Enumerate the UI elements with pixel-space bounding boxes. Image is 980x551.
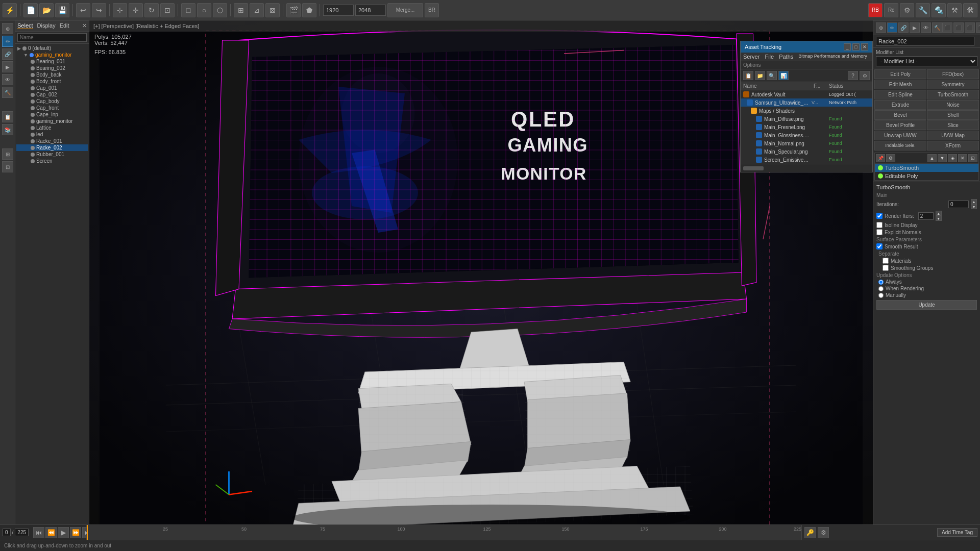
table-row[interactable]: Autodesk Vault Logged Out ( <box>741 90 872 98</box>
list-item[interactable]: gaming_monitor <box>16 118 88 124</box>
plugin1-icon[interactable]: 🔧 <box>916 3 930 17</box>
isoline-checkbox[interactable] <box>876 222 883 228</box>
table-row[interactable]: Maps / Shaders <box>741 107 872 115</box>
list-item[interactable]: Cap_front <box>16 105 88 111</box>
xform-button[interactable]: XForm <box>927 141 979 151</box>
plugin4-icon[interactable]: 🛠 <box>963 3 977 17</box>
utilities-panel-tab[interactable]: 🔨 <box>932 22 942 33</box>
list-item[interactable]: Cap_002 <box>16 91 88 98</box>
modify-tab[interactable]: ✏ <box>2 36 13 47</box>
render-tool[interactable]: 🎬 <box>286 3 301 17</box>
render-iters-input[interactable] <box>918 212 934 220</box>
modifier-list-dropdown[interactable]: - Modifier List - <box>876 56 977 66</box>
object-name-input[interactable] <box>876 37 974 46</box>
list-item[interactable]: led <box>16 131 88 138</box>
edit-spline-button[interactable]: Edit Spline <box>874 90 926 99</box>
br-button[interactable]: BR <box>425 3 439 17</box>
add-time-tag-button[interactable]: Add Time Tag <box>937 528 977 537</box>
viewport[interactable]: [+] [Perspective] [Realistic + Edged Fac… <box>89 20 873 524</box>
scrollbar-thumb[interactable] <box>743 166 764 170</box>
iterations-input[interactable] <box>948 201 969 208</box>
edit-tab-tree[interactable]: Edit <box>60 22 69 29</box>
smoothing-groups-checkbox[interactable] <box>883 265 889 271</box>
rb-icon[interactable]: RB <box>868 3 883 17</box>
noise-button[interactable]: Noise <box>927 100 979 110</box>
redo-button[interactable]: ↪ <box>92 3 106 17</box>
stack-up[interactable]: ▲ <box>927 154 937 162</box>
list-item[interactable]: Rubber_001 <box>16 151 88 158</box>
list-item[interactable]: Screen <box>16 158 88 164</box>
tree-search-input[interactable] <box>17 33 87 42</box>
motion-panel-tab[interactable]: ▶ <box>910 22 920 33</box>
undo-button[interactable]: ↩ <box>76 3 90 17</box>
resolution-height-field[interactable] <box>355 5 386 16</box>
panel-icon-1[interactable]: ⬛ <box>942 22 952 33</box>
rc-icon[interactable]: Rc <box>884 3 898 17</box>
asset-tool-2[interactable]: 📁 <box>755 71 765 80</box>
list-item[interactable]: ▶ 0 (default) <box>16 45 88 52</box>
render-iters-up[interactable]: ▲ <box>936 211 942 216</box>
table-row[interactable]: Samsung_Ultrawide_CHG90_Q... V... Networ… <box>741 98 872 107</box>
settings-icon[interactable]: ⚙ <box>900 3 914 17</box>
list-item[interactable]: Bearing_002 <box>16 65 88 71</box>
iterations-down[interactable]: ▼ <box>971 204 977 209</box>
extrude-button[interactable]: Extrude <box>874 100 926 110</box>
when-rendering-radio[interactable] <box>878 286 884 291</box>
layer-mgr[interactable]: 📚 <box>2 124 13 135</box>
table-row[interactable]: Main_Glossiness.png Found <box>741 131 872 139</box>
slice-button[interactable]: Slice <box>927 120 979 130</box>
material-editor[interactable]: ⬟ <box>302 3 316 17</box>
open-button[interactable]: 📂 <box>39 3 54 17</box>
bevel-profile-button[interactable]: Bevel Profile <box>874 120 926 130</box>
dialog-maximize[interactable]: □ <box>852 43 860 51</box>
modify-panel-tab[interactable]: ✏ <box>887 22 897 33</box>
modifier-bulb[interactable] <box>878 173 883 179</box>
save-button[interactable]: 💾 <box>55 3 69 17</box>
smooth-result-checkbox[interactable] <box>876 243 883 249</box>
asset-settings[interactable]: ⚙ <box>860 71 870 80</box>
edit-mesh-button[interactable]: Edit Mesh <box>874 80 926 89</box>
zoom-extents[interactable]: ⊡ <box>2 161 13 172</box>
panel-icon-2[interactable]: ⬛ <box>953 22 964 33</box>
list-item[interactable]: ▼ gaming_monitor <box>16 52 88 58</box>
stack-settings[interactable]: ⚙ <box>886 154 895 162</box>
rotate-tool[interactable]: ↻ <box>144 3 159 17</box>
goto-start-button[interactable]: ⏮ <box>33 527 44 538</box>
play-button[interactable]: ▶ <box>58 527 69 538</box>
iterations-up[interactable]: ▲ <box>971 199 977 204</box>
update-button[interactable]: Update <box>876 300 977 310</box>
stack-remove[interactable]: ✕ <box>958 154 967 162</box>
plugin2-icon[interactable]: 🔩 <box>932 3 946 17</box>
cylinder-tool[interactable]: ⬡ <box>213 3 227 17</box>
move-tool[interactable]: ✛ <box>129 3 143 17</box>
render-iters-checkbox[interactable] <box>876 213 883 219</box>
table-row[interactable]: Main_Fresnel.png Found <box>741 123 872 131</box>
motion-tab[interactable]: ▶ <box>2 61 13 72</box>
render-iters-down[interactable]: ▼ <box>936 216 942 221</box>
list-item[interactable]: Cap_001 <box>16 85 88 91</box>
frame-total[interactable]: 225 <box>15 529 29 536</box>
asset-menu-file[interactable]: File <box>765 54 774 60</box>
list-item[interactable]: Cap_body <box>16 98 88 105</box>
dialog-minimize[interactable]: _ <box>844 43 851 51</box>
explicit-normals-checkbox[interactable] <box>876 229 883 235</box>
stack-item-editable-poly[interactable]: Editable Poly <box>875 172 978 180</box>
panel-icon-4[interactable]: ⬛ <box>976 22 980 33</box>
list-item[interactable]: Cape_inp <box>16 111 88 118</box>
app-icon[interactable]: ⚡ <box>3 3 17 17</box>
key-mode-button[interactable]: 🔑 <box>804 527 816 538</box>
hierarchy-tab[interactable]: 🔗 <box>2 48 13 60</box>
table-row[interactable]: Main_Diffuse.png Found <box>741 115 872 123</box>
list-item[interactable]: Racke_002 <box>16 144 88 151</box>
modifier-bulb[interactable] <box>878 165 883 170</box>
box-tool[interactable]: □ <box>181 3 195 17</box>
list-item[interactable]: Body_back <box>16 71 88 78</box>
asset-menu-server[interactable]: Server <box>743 54 760 60</box>
plugin3-icon[interactable]: ⚒ <box>947 3 962 17</box>
sphere-tool[interactable]: ○ <box>197 3 211 17</box>
panel-icon-3[interactable]: ⬛ <box>965 22 975 33</box>
scene-explorer[interactable]: 📋 <box>2 111 13 122</box>
select-tool[interactable]: ⊹ <box>113 3 127 17</box>
stack-make-unique[interactable]: ◈ <box>948 154 957 162</box>
ffd-box-button[interactable]: FFD(box) <box>927 69 979 79</box>
